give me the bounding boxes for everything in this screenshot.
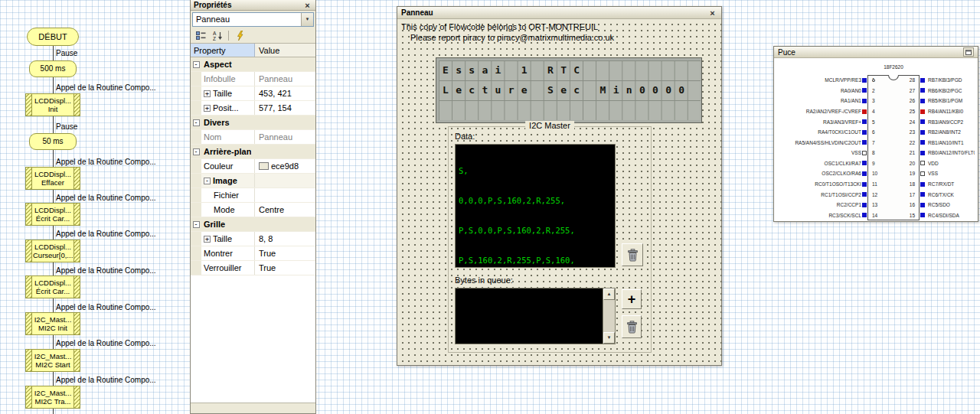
close-icon[interactable]: × bbox=[302, 1, 312, 10]
collapse-icon[interactable]: - bbox=[193, 61, 200, 68]
prop-row[interactable]: +Posit... 577, 154 bbox=[191, 101, 315, 116]
expand-icon[interactable]: + bbox=[204, 90, 211, 97]
i2c-master-title: I2C Master bbox=[525, 121, 574, 130]
puce-title: Puce bbox=[778, 48, 795, 57]
prop-group-row[interactable]: - Arrière-plan bbox=[191, 145, 315, 159]
pin-marker bbox=[862, 161, 867, 165]
flowchart-start-shape[interactable]: DÉBUT bbox=[27, 28, 79, 46]
property-value[interactable] bbox=[255, 188, 315, 202]
property-value[interactable]: 8, 8 bbox=[255, 232, 315, 246]
property-label: Montrer bbox=[201, 246, 255, 260]
pin-marker bbox=[920, 109, 925, 114]
panneau-canvas[interactable]: This copy of Flowcode belongs to ORT-MON… bbox=[397, 19, 721, 365]
flow-pause-shape[interactable]: 500 ms bbox=[29, 60, 77, 77]
panneau-title: Panneau bbox=[401, 8, 433, 17]
column-header-property: Property bbox=[191, 44, 255, 57]
flow-item-caption: Appel de la Routine Compo... bbox=[56, 266, 156, 275]
prop-row[interactable]: Mode Centre bbox=[191, 203, 315, 217]
pin-row: RA5/AN4/SS/HLVDIN/C2OUT 7 22 RB1/AN10/IN… bbox=[777, 137, 975, 148]
pin-marker bbox=[862, 99, 867, 103]
property-value[interactable]: Panneau bbox=[255, 72, 315, 86]
sort-az-icon: A Z bbox=[213, 31, 223, 41]
svg-text:Z: Z bbox=[213, 36, 216, 41]
pin-marker bbox=[862, 182, 867, 187]
prop-row[interactable]: +Taille 8, 8 bbox=[191, 232, 315, 246]
flow-item-caption: Pause bbox=[56, 49, 77, 57]
property-label: Taille bbox=[213, 89, 232, 98]
prop-row[interactable]: +Taille 453, 421 bbox=[191, 86, 315, 101]
clear-data-button[interactable] bbox=[622, 243, 643, 266]
flow-item-caption: Appel de la Routine Compo... bbox=[56, 194, 156, 202]
i2c-data-console: S, 0,0,0,P,S,160,2,R,255, P,S,0,0,P,S,16… bbox=[455, 144, 616, 268]
property-value[interactable]: Centre bbox=[255, 203, 315, 217]
flow-item-caption: Appel de la Routine Compo... bbox=[56, 303, 156, 311]
properties-titlebar[interactable]: Propriétés × bbox=[191, 0, 315, 11]
pin-marker bbox=[920, 151, 925, 155]
property-value[interactable]: True bbox=[255, 261, 315, 275]
flow-call-shape[interactable]: LCDDispl... Init bbox=[25, 93, 80, 116]
flow-call-shape[interactable]: LCDDispl... Curseur[0,... bbox=[25, 240, 80, 262]
pin-row: RC3/SCK/SCL 14 15 RC4/SDI/SDA bbox=[777, 210, 975, 221]
prop-group-row[interactable]: - Divers bbox=[191, 116, 315, 130]
prop-row[interactable]: Nom Panneau bbox=[191, 130, 315, 145]
flow-call-shape[interactable]: I2C_Mast... MI2C Tra... bbox=[25, 386, 80, 409]
flow-call-shape[interactable]: LCDDispl... Écrit Car... bbox=[25, 275, 80, 298]
collapse-icon[interactable]: - bbox=[193, 221, 200, 228]
expand-icon[interactable]: + bbox=[204, 236, 211, 243]
flow-call-shape[interactable]: I2C_Mast... MI2C Start bbox=[25, 349, 80, 372]
pin-marker bbox=[920, 119, 925, 124]
property-label: Taille bbox=[213, 234, 232, 243]
color-swatch[interactable] bbox=[259, 162, 269, 170]
add-byte-button[interactable]: + bbox=[622, 289, 642, 309]
chevron-down-icon[interactable]: ▼ bbox=[301, 13, 313, 26]
collapse-icon[interactable]: - bbox=[193, 148, 200, 155]
puce-window-button[interactable] bbox=[963, 47, 974, 57]
component-selector[interactable]: Panneau ▼ bbox=[192, 12, 314, 27]
prop-group-row[interactable]: - Grille bbox=[191, 217, 315, 232]
close-icon[interactable]: × bbox=[707, 8, 717, 18]
puce-titlebar[interactable]: Puce bbox=[774, 47, 978, 58]
expand-icon[interactable]: + bbox=[204, 105, 211, 112]
categorized-view-button[interactable] bbox=[193, 29, 208, 42]
panneau-titlebar[interactable]: Panneau × bbox=[397, 7, 721, 19]
property-pages-button[interactable] bbox=[232, 29, 247, 42]
data-label: Data: bbox=[455, 132, 475, 141]
property-label: Mode bbox=[201, 203, 255, 217]
pin-row: VSS 8 21 RB0/AN12/INT0/FLT0 bbox=[777, 148, 975, 158]
prop-row[interactable]: Couleur ece9d8 bbox=[191, 159, 315, 174]
clear-queue-button[interactable] bbox=[622, 315, 642, 338]
pin-row: RA3/AN3/VREF+ 5 24 RB3/AN9/CCP2 bbox=[777, 116, 975, 127]
flow-call-shape[interactable]: LCDDispl... Effacer bbox=[25, 167, 80, 190]
alphabetical-sort-button[interactable]: A Z bbox=[210, 29, 225, 42]
prop-row[interactable]: Infobulle Panneau bbox=[191, 72, 315, 86]
flow-pause-shape[interactable]: 50 ms bbox=[29, 133, 77, 150]
console-line: P,S,160,2,R,255,P,S,160, bbox=[459, 256, 612, 266]
prop-row[interactable]: Fichier bbox=[191, 188, 315, 203]
flowcode-workspace: DÉBUT Pause 500 ms Appel de la Routine C… bbox=[0, 0, 980, 414]
property-value[interactable]: True bbox=[255, 246, 315, 260]
flow-call-shape[interactable]: I2C_Mast... MI2C Init bbox=[25, 312, 80, 335]
property-value[interactable]: 453, 421 bbox=[255, 86, 315, 100]
property-value[interactable]: Panneau bbox=[255, 130, 315, 144]
pin-marker bbox=[920, 130, 925, 135]
collapse-icon[interactable]: - bbox=[193, 119, 200, 126]
prop-subgroup-row[interactable]: -Image bbox=[191, 174, 315, 188]
pin-row: RA4/T0CKI/C1OUT 6 23 RB2/AN8/INT2 bbox=[777, 127, 975, 138]
scroll-down-icon[interactable]: ▼ bbox=[603, 332, 615, 344]
property-value[interactable]: 577, 154 bbox=[255, 101, 315, 115]
property-label: Couleur bbox=[201, 159, 255, 173]
console-line: 0,0,0,P,S,160,2,R,255, bbox=[459, 196, 612, 206]
collapse-icon[interactable]: - bbox=[204, 178, 211, 184]
queue-scrollbar[interactable]: ▲ ▼ bbox=[603, 288, 615, 344]
group-label: Aspect bbox=[201, 57, 232, 71]
scroll-up-icon[interactable]: ▲ bbox=[603, 288, 615, 300]
flow-call-shape[interactable]: LCDDispl... Écrit Car... bbox=[25, 203, 80, 226]
prop-group-row[interactable]: - Aspect bbox=[191, 57, 315, 72]
call-line1: I2C_Mast... bbox=[33, 389, 73, 397]
lcd-display-component[interactable]: Essai 1 RTC Lecture Sec Min0000 bbox=[436, 57, 702, 123]
prop-row[interactable]: Montrer True bbox=[191, 246, 315, 261]
flow-item-caption: Appel de la Routine Compo... bbox=[56, 376, 156, 384]
group-label: Arrière-plan bbox=[201, 145, 251, 158]
pin-marker bbox=[862, 192, 867, 197]
prop-row[interactable]: Verrouiller True bbox=[191, 261, 315, 275]
